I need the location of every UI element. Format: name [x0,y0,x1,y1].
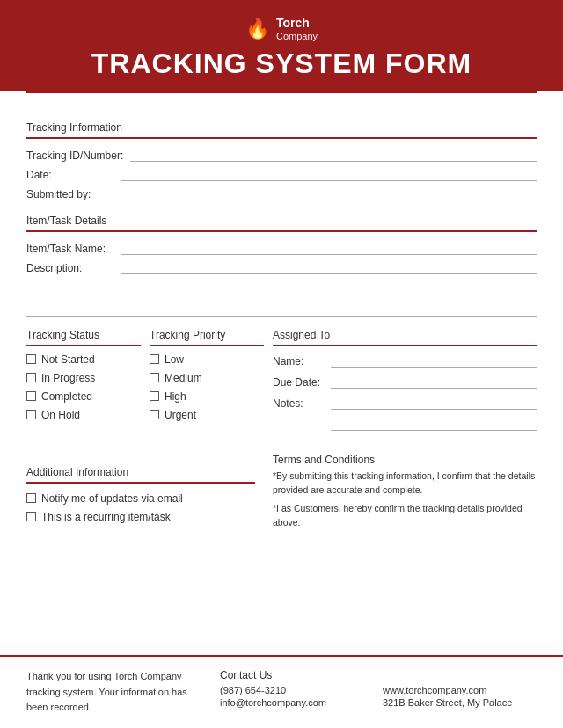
item-name-input[interactable] [121,241,537,255]
assigned-notes-input[interactable] [331,396,537,410]
tracking-id-row: Tracking ID/Number: [26,148,537,162]
bottom-two-col: Additional Information Notify me of upda… [26,454,537,530]
assigned-due-row: Due Date: [273,375,537,389]
assigned-due-label: Due Date: [273,376,325,389]
tracking-priority-header: Tracking Priority [150,329,264,341]
priority-high-label: High [165,390,186,403]
item-name-row: Item/Task Name: [26,241,537,255]
company-sub: Company [276,31,318,42]
tracking-status-divider [26,345,141,346]
notify-email-label: Notify me of updates via email [41,492,183,505]
status-completed-checkbox[interactable] [26,391,36,401]
contact-address: 321B Baker Street, My Palace [383,697,537,708]
assigned-notes-row: Notes: [273,396,537,410]
item-task-label: Item/Task Details [26,215,537,227]
status-in-progress-label: In Progress [41,372,95,384]
status-on-hold[interactable]: On Hold [26,409,141,421]
company-name: Torch [276,16,318,31]
priority-high-checkbox[interactable] [150,391,159,401]
date-input[interactable] [121,167,537,181]
contact-label: Contact Us [220,669,537,681]
footer: Thank you for using Torch Company tracki… [0,655,563,728]
additional-info-divider [26,482,255,484]
priority-medium-label: Medium [165,372,202,384]
footer-thank-you: Thank you for using Torch Company tracki… [26,669,202,716]
desc-line-2[interactable] [26,301,537,317]
contact-grid: (987) 654-3210 www.torchcompany.com info… [220,685,537,708]
description-extra-lines [26,280,537,317]
date-label: Date: [26,169,114,181]
terms-text-1: *By submitting this tracking information… [273,470,537,498]
assigned-name-label: Name: [273,355,325,368]
assigned-to-divider [273,345,537,346]
header: 🔥 Torch Company TRACKING SYSTEM FORM [0,0,563,91]
recurring-checkbox[interactable] [26,512,36,521]
tracking-info-divider [26,137,537,139]
tracking-info-label: Tracking Information [26,121,537,134]
terms-col: Terms and Conditions *By submitting this… [273,454,537,530]
priority-medium[interactable]: Medium [150,372,264,384]
priority-urgent[interactable]: Urgent [150,409,264,421]
notify-email-item[interactable]: Notify me of updates via email [26,492,255,505]
page: 🔥 Torch Company TRACKING SYSTEM FORM Tra… [0,0,563,728]
terms-label: Terms and Conditions [273,454,537,466]
submitted-by-label: Submitted by: [26,188,114,200]
status-not-started-label: Not Started [41,353,95,366]
notify-email-checkbox[interactable] [26,493,36,503]
assigned-to-header: Assigned To [273,329,537,341]
footer-contact: Contact Us (987) 654-3210 www.torchcompa… [220,669,537,716]
date-row: Date: [26,167,537,181]
tracking-id-label: Tracking ID/Number: [26,149,123,162]
tracking-priority-divider [150,345,264,346]
submitted-by-row: Submitted by: [26,186,537,200]
tracking-priority-col: Tracking Priority Low Medium High Urgent [150,329,264,438]
assigned-name-input[interactable] [331,353,537,368]
priority-low[interactable]: Low [150,353,264,366]
content: Tracking Information Tracking ID/Number:… [0,93,563,639]
status-completed[interactable]: Completed [26,390,141,403]
priority-high[interactable]: High [150,390,264,403]
assigned-notes-input-2[interactable] [331,417,537,431]
item-name-label: Item/Task Name: [26,243,114,255]
three-col-section: Tracking Status Not Started In Progress … [26,329,537,438]
status-in-progress-checkbox[interactable] [26,373,36,382]
tracking-status-header: Tracking Status [26,329,141,341]
priority-urgent-label: Urgent [165,409,196,421]
priority-urgent-checkbox[interactable] [150,410,159,419]
status-completed-label: Completed [41,390,92,403]
assigned-due-input[interactable] [331,375,537,389]
recurring-label: This is a recurring item/task [41,511,171,523]
assigned-to-col: Assigned To Name: Due Date: Notes: [273,329,537,438]
status-not-started[interactable]: Not Started [26,353,141,366]
item-task-divider [26,230,537,232]
contact-phone: (987) 654-3210 [220,685,374,695]
additional-info-col: Additional Information Notify me of upda… [26,454,255,530]
description-label: Description: [26,262,114,274]
terms-text-2: *I as Customers, hereby confirm the trac… [273,502,537,530]
submitted-by-input[interactable] [121,186,537,200]
additional-info-label: Additional Information [26,466,255,478]
priority-low-checkbox[interactable] [150,354,159,364]
tracking-status-col: Tracking Status Not Started In Progress … [26,329,141,438]
desc-line-1[interactable] [26,280,537,295]
recurring-item[interactable]: This is a recurring item/task [26,511,255,523]
assigned-notes-label: Notes: [273,397,325,410]
assigned-notes-extra [273,417,537,431]
description-row: Description: [26,260,537,274]
contact-website: www.torchcompany.com [383,685,537,695]
tracking-id-input[interactable] [130,148,537,162]
page-title: TRACKING SYSTEM FORM [91,47,472,80]
description-input[interactable] [121,260,537,274]
logo-row: 🔥 Torch Company [245,16,318,42]
priority-medium-checkbox[interactable] [150,373,159,382]
contact-email: info@torchcompany.com [220,697,374,708]
assigned-name-row: Name: [273,353,537,368]
status-not-started-checkbox[interactable] [26,354,36,364]
status-in-progress[interactable]: In Progress [26,372,141,384]
status-on-hold-checkbox[interactable] [26,410,36,419]
torch-icon: 🔥 [245,18,269,40]
priority-low-label: Low [165,353,184,366]
status-on-hold-label: On Hold [41,409,80,421]
